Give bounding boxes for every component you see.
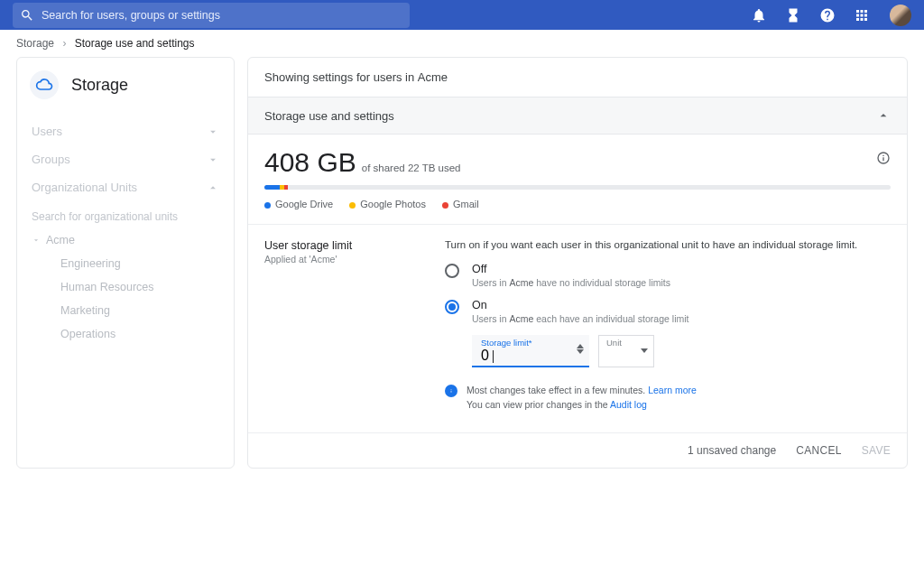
sidebar-cat-ou[interactable]: Organizational Units <box>30 173 221 201</box>
radio-on-row[interactable]: On Users in Acme each have an individual… <box>445 299 891 324</box>
storage-limit-field[interactable]: Storage limit* 0 <box>472 335 589 367</box>
search-icon <box>20 8 34 23</box>
unit-label: Unit <box>606 338 622 348</box>
breadcrumb-sep: › <box>62 37 66 50</box>
info-note: Most changes take effect in a few minute… <box>445 384 891 413</box>
legend-photos: Google Photos <box>349 199 426 209</box>
section-header[interactable]: Storage use and settings <box>248 98 907 135</box>
context-banner: Showing settings for users in Acme <box>248 58 907 98</box>
search-input[interactable] <box>42 9 402 22</box>
storage-sub: of shared 22 TB used <box>362 162 461 173</box>
apps-icon[interactable] <box>854 7 870 23</box>
number-spinner[interactable] <box>577 344 584 354</box>
hourglass-icon[interactable] <box>785 7 801 23</box>
radio-on[interactable] <box>445 300 459 314</box>
tree-child-marketing[interactable]: Marketing <box>30 299 221 322</box>
spinner-down-icon[interactable] <box>577 349 584 354</box>
legend-gmail: Gmail <box>442 199 479 209</box>
spinner-up-icon[interactable] <box>577 344 584 348</box>
user-storage-limit: User storage limit Applied at 'Acme' Tur… <box>248 225 907 433</box>
breadcrumb-current: Storage use and settings <box>75 37 195 50</box>
breadcrumb-root[interactable]: Storage <box>16 37 54 50</box>
sidebar-cat-groups[interactable]: Groups <box>30 145 221 173</box>
global-search[interactable] <box>13 3 410 28</box>
context-org: Acme <box>418 70 448 84</box>
tree-child-operations[interactable]: Operations <box>30 322 221 346</box>
tree-node-acme[interactable]: Acme <box>30 228 221 252</box>
triangle-down-icon <box>32 236 41 245</box>
cancel-button[interactable]: CANCEL <box>796 444 841 457</box>
unsaved-status: 1 unsaved change <box>688 444 776 457</box>
notifications-icon[interactable] <box>751 7 767 23</box>
audit-log-link[interactable]: Audit log <box>610 399 647 410</box>
footer-bar: 1 unsaved change CANCEL SAVE <box>248 433 907 468</box>
topbar <box>0 0 924 30</box>
chevron-down-icon <box>207 153 219 166</box>
storage-bar <box>264 185 891 190</box>
sidebar-title: Storage <box>71 76 128 95</box>
tree-child-hr[interactable]: Human Resources <box>30 275 221 299</box>
legend-drive: Google Drive <box>264 199 333 209</box>
learn-more-link[interactable]: Learn more <box>648 385 697 395</box>
dropdown-icon[interactable] <box>641 348 648 353</box>
sidebar: Storage Users Groups Organizational Unit… <box>16 57 235 469</box>
unit-field[interactable]: Unit <box>598 335 654 367</box>
setting-title: User storage limit <box>264 239 409 252</box>
storage-usage: 408 GB of shared 22 TB used Google Drive… <box>248 135 907 225</box>
info-icon[interactable] <box>876 151 891 169</box>
setting-desc: Turn on if you want each user in this or… <box>445 239 891 250</box>
tree-child-engineering[interactable]: Engineering <box>30 252 221 275</box>
chevron-up-icon[interactable] <box>876 108 891 123</box>
avatar[interactable] <box>890 5 911 26</box>
radio-on-label: On <box>472 299 688 311</box>
storage-big: 408 GB <box>264 147 356 178</box>
radio-off[interactable] <box>445 264 459 278</box>
save-button[interactable]: SAVE <box>862 444 891 457</box>
section-title: Storage use and settings <box>264 109 394 123</box>
main-panel: Showing settings for users in Acme Stora… <box>247 57 908 469</box>
breadcrumb: Storage › Storage use and settings <box>0 30 924 57</box>
cloud-icon <box>30 70 59 99</box>
radio-off-label: Off <box>472 263 670 275</box>
sidebar-header: Storage <box>30 70 221 99</box>
radio-off-sub: Users in Acme have no individual storage… <box>472 277 670 288</box>
text-caret <box>493 350 494 363</box>
chevron-up-icon <box>207 181 219 194</box>
info-badge-icon <box>445 385 457 397</box>
storage-limit-label: Storage limit* <box>481 338 532 348</box>
setting-applied: Applied at 'Acme' <box>264 254 409 265</box>
radio-off-row[interactable]: Off Users in Acme have no individual sto… <box>445 263 891 288</box>
radio-on-sub: Users in Acme each have an individual st… <box>472 313 688 324</box>
sidebar-search-ou[interactable]: Search for organizational units <box>30 201 221 228</box>
chevron-down-icon <box>207 125 219 138</box>
storage-limit-value: 0 <box>481 348 489 363</box>
help-icon[interactable] <box>819 7 836 23</box>
storage-legend: Google Drive Google Photos Gmail <box>264 199 891 209</box>
sidebar-cat-users[interactable]: Users <box>30 117 221 145</box>
